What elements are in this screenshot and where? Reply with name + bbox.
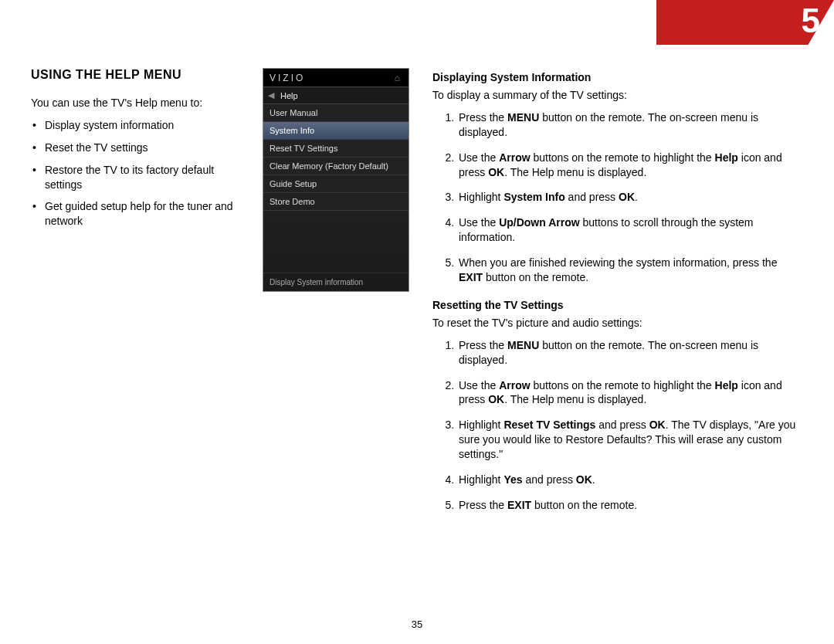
step-item: When you are finished reviewing the syst… (457, 256, 803, 285)
intro-reset: To reset the TV's picture and audio sett… (432, 316, 803, 330)
subhead-system-info: Displaying System Information (432, 71, 803, 83)
bullet-item: Restore the TV to its factory default se… (45, 163, 249, 192)
home-icon: ⌂ (395, 73, 402, 83)
step-item: Highlight Yes and press OK. (457, 473, 803, 487)
page-columns: USING THE HELP MENU You can use the TV's… (31, 68, 803, 524)
tv-menu-screenshot: VIZIO ⌂ ◀ Help User ManualSystem InfoRes… (263, 68, 409, 292)
bullet-item: Display system information (45, 118, 249, 133)
screenshot-menu-item: Reset TV Settings (263, 140, 409, 158)
screenshot-footer-text: Display System information (263, 273, 409, 291)
bullet-item: Get guided setup help for the tuner and … (45, 199, 249, 229)
screenshot-help-row: ◀ Help (263, 87, 409, 104)
left-column: USING THE HELP MENU You can use the TV's… (31, 68, 409, 524)
screenshot-menu-item: System Info (263, 122, 409, 140)
bullet-item: Reset the TV settings (45, 141, 249, 155)
intro-system-info: To display a summary of the TV settings: (432, 88, 803, 103)
page-number: 35 (0, 619, 834, 630)
right-column: Displaying System Information To display… (432, 68, 803, 524)
step-item: Use the Arrow buttons on the remote to h… (457, 151, 803, 180)
subhead-reset: Resetting the TV Settings (432, 299, 803, 311)
steps-reset: Press the MENU button on the remote. The… (432, 338, 803, 513)
help-label: Help (280, 91, 298, 100)
step-item: Press the MENU button on the remote. The… (457, 338, 803, 368)
screenshot-menu-item: Store Demo (263, 193, 409, 211)
help-bullet-list: Display system informationReset the TV s… (31, 118, 249, 229)
section-heading-help-menu: USING THE HELP MENU (31, 68, 249, 82)
back-arrow-icon: ◀ (268, 90, 274, 100)
brand-logo-text: VIZIO (270, 73, 305, 83)
screenshot-menu-item: Clear Memory (Factory Default) (263, 158, 409, 175)
step-item: Use the Up/Down Arrow buttons to scroll … (457, 215, 803, 245)
screenshot-menu-item: User Manual (263, 104, 409, 122)
screenshot-menu-item: Guide Setup (263, 175, 409, 193)
step-item: Press the MENU button on the remote. The… (457, 110, 803, 140)
step-item: Use the Arrow buttons on the remote to h… (457, 378, 803, 408)
step-item: Press the EXIT button on the remote. (457, 498, 803, 513)
steps-system-info: Press the MENU button on the remote. The… (432, 110, 803, 285)
chapter-tab: 5 (656, 0, 834, 45)
step-item: Highlight Reset TV Settings and press OK… (457, 418, 803, 462)
step-item: Highlight System Info and press OK. (457, 190, 803, 205)
chapter-number: 5 (802, 2, 820, 40)
intro-text: You can use the TV's Help menu to: (31, 96, 249, 110)
screenshot-header: VIZIO ⌂ (263, 69, 409, 87)
